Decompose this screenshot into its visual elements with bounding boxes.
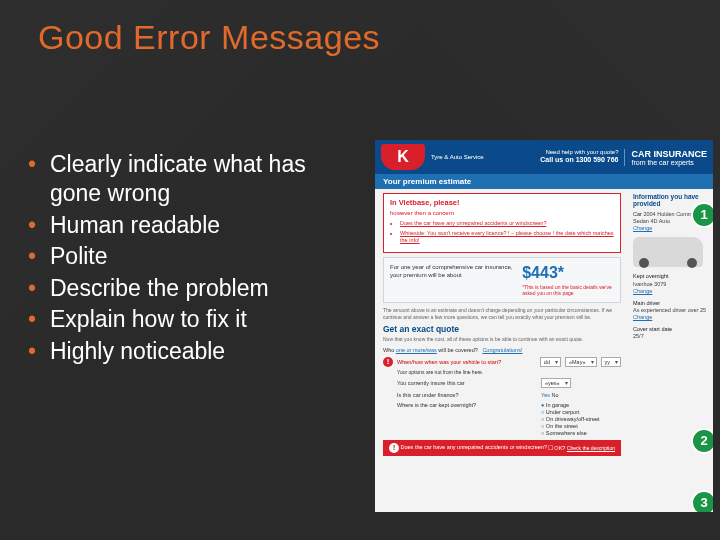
product-name-main: CAR INSURANCE <box>631 149 707 159</box>
exact-quote-heading: Get an exact quote <box>383 324 621 334</box>
premium-price: $443* <box>522 264 614 282</box>
error-subhead: however then a concern <box>390 210 614 216</box>
footer-error-text: Does the car have any unrepaired acciden… <box>401 444 547 450</box>
sidebar-driver-value: As experienced driver over 25 <box>633 307 706 313</box>
sidebar-driver-label: Main driver <box>633 300 660 306</box>
sidebar-cover-label: Cover start date <box>633 326 672 332</box>
insure-select[interactable]: «yes» <box>541 378 571 388</box>
question-dob: ! When/how when was your vehicle to star… <box>383 357 621 367</box>
who-line: Who one or more/was will be covered? Con… <box>383 347 621 353</box>
sidebar-title: Information you have provided <box>633 193 707 207</box>
premium-footnote: *This is based on the basic details we'v… <box>522 284 614 296</box>
error-link[interactable]: Whiteside: You won't receive every licen… <box>400 230 614 244</box>
kept-option[interactable]: Under carport <box>541 409 600 415</box>
dob-day-select[interactable]: dd <box>540 357 561 367</box>
bullet-item: Human readable <box>22 211 362 240</box>
question-finance-label: Is this car under finance? <box>397 392 537 398</box>
finance-no-radio[interactable]: No <box>552 392 559 398</box>
error-badge-icon: ! <box>389 443 399 453</box>
slide-title: Good Error Messages <box>38 18 380 57</box>
question-insure-label: You currently insure this car <box>397 380 537 386</box>
car-illustration-icon <box>633 237 703 267</box>
callout-badge-1: 1 <box>693 204 713 226</box>
site-header: K Tyre & Auto Service Need help with you… <box>375 140 713 174</box>
question-finance: Is this car under finance? Yes No <box>383 392 621 398</box>
help-block: Need help with your quote? Call us on 13… <box>540 149 618 165</box>
who-suffix: will be covered? <box>438 347 477 353</box>
sidebar-cover-value: 25/7 <box>633 333 644 339</box>
callout-badge-3: 3 <box>693 492 713 512</box>
footer-ok-checkbox[interactable]: OK? <box>548 445 566 451</box>
dob-month-select[interactable]: «May» <box>565 357 597 367</box>
sidebar-overnight-label: Kept overnight <box>633 273 668 279</box>
kept-option[interactable]: On driveway/off-street <box>541 416 600 422</box>
bullet-item: Polite <box>22 242 362 271</box>
sidebar-change-link[interactable]: Change <box>633 225 652 231</box>
product-name-sub: from the car experts <box>631 159 707 166</box>
exact-quote-sub: Now that you know the cost, all of these… <box>383 336 621 343</box>
premium-estimate-box: For one year of comprehensive car insura… <box>383 257 621 303</box>
question-dob-label: When/how when was your vehicle to start? <box>397 359 536 365</box>
dob-year-select[interactable]: yy <box>601 357 622 367</box>
bullet-item: Explain how to fix it <box>22 305 362 334</box>
product-name: CAR INSURANCE from the car experts <box>624 149 707 166</box>
finance-yes-radio[interactable]: Yes <box>541 392 550 398</box>
brand-subtitle: Tyre & Auto Service <box>431 154 484 161</box>
error-heading: In Vietbase, please! <box>390 198 614 207</box>
error-banner: In Vietbase, please! however then a conc… <box>383 193 621 253</box>
callout-badge-2: 2 <box>693 430 713 452</box>
premium-lead: For one year of comprehensive car insura… <box>390 264 516 280</box>
bullet-item: Describe the problem <box>22 274 362 303</box>
kept-option[interactable]: In garage <box>541 402 600 408</box>
question-kept: Where is the car kept overnight? In gara… <box>383 402 621 436</box>
error-link[interactable]: Does the car have any unrepaired acciden… <box>400 220 614 227</box>
fine-print: The amount above is an estimate and does… <box>383 307 621 320</box>
sidebar-car-label: Car <box>633 211 642 217</box>
bullet-list: Clearly indicate what has gone wrong Hum… <box>22 150 362 368</box>
help-label: Need help with your quote? <box>540 149 618 156</box>
who-link[interactable]: one or more/was <box>396 347 437 353</box>
error-badge-icon: ! <box>383 357 393 367</box>
dob-subline: Your options are not from the line here. <box>397 369 621 375</box>
sidebar-overnight-value: Ivanhoe 3079 <box>633 281 666 287</box>
who-prefix: Who <box>383 347 394 353</box>
bullet-item: Clearly indicate what has gone wrong <box>22 150 362 209</box>
error-footer-band: ! Does the car have any unrepaired accid… <box>383 440 621 456</box>
section-bar-premium: Your premium estimate <box>375 174 713 189</box>
kept-option[interactable]: Somewhere else <box>541 430 600 436</box>
sidebar-change-link[interactable]: Change <box>633 314 652 320</box>
brand-logo-icon: K <box>381 144 425 170</box>
congrats-link[interactable]: Congratulations! <box>482 347 522 353</box>
footer-desc-link[interactable]: Check the description <box>567 445 615 451</box>
bullet-item: Highly noticeable <box>22 337 362 366</box>
kept-option[interactable]: On the street <box>541 423 600 429</box>
question-currently-insure: You currently insure this car «yes» <box>383 378 621 388</box>
help-phone: Call us on 1300 590 766 <box>540 156 618 164</box>
info-sidebar: Information you have provided Car 2004 H… <box>627 189 713 462</box>
question-kept-label: Where is the car kept overnight? <box>397 402 537 408</box>
embedded-screenshot: K Tyre & Auto Service Need help with you… <box>375 140 713 512</box>
sidebar-change-link[interactable]: Change <box>633 288 652 294</box>
